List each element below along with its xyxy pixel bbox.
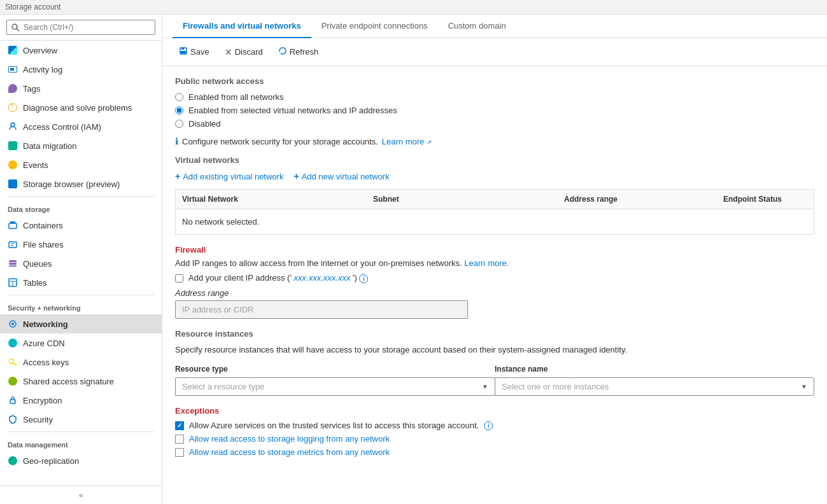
sidebar-scroll-area: Overview Activity log Tags Diagnose and …	[0, 41, 162, 486]
trusted-services-label: Allow Azure services on the trusted serv…	[189, 421, 479, 430]
svg-rect-15	[181, 48, 184, 50]
sidebar-item-tags[interactable]: Tags	[0, 79, 162, 98]
client-ip-checkbox-row: Add your client IP address (' xxx.xxx.xx…	[175, 273, 814, 283]
refresh-button[interactable]: Refresh	[272, 43, 325, 60]
firewall-title: Firewall	[175, 245, 814, 255]
network-access-radio-group: Enabled from all networks Enabled from s…	[175, 92, 814, 129]
radio-all-networks: Enabled from all networks	[175, 92, 814, 102]
resource-type-header: Resource type	[175, 361, 495, 377]
sidebar: Overview Activity log Tags Diagnose and …	[0, 15, 162, 504]
sidebar-item-label: Access Control (IAM)	[23, 122, 101, 132]
search-input[interactable]	[6, 20, 155, 35]
radio-all-networks-label[interactable]: Enabled from all networks	[188, 92, 284, 102]
save-button[interactable]: Save	[173, 43, 216, 60]
add-new-label: Add new virtual network	[302, 172, 390, 181]
read-logging-label: Allow read access to storage logging fro…	[189, 434, 390, 444]
divider-1	[8, 196, 154, 197]
client-ip-label: Add your client IP address (' xxx.xxx.xx…	[188, 273, 368, 283]
radio-disabled-input[interactable]	[175, 120, 183, 128]
sidebar-item-overview[interactable]: Overview	[0, 41, 162, 60]
sidebar-item-events[interactable]: Events	[0, 155, 162, 174]
resource-instances-title: Resource instances	[175, 329, 814, 339]
sidebar-item-data-migration[interactable]: Data migration	[0, 136, 162, 155]
access-icon	[8, 122, 18, 132]
svg-point-11	[11, 323, 14, 325]
sidebar-item-networking[interactable]: Networking	[0, 314, 162, 333]
client-ip-checkbox[interactable]	[175, 274, 183, 283]
top-bar: Storage account	[0, 0, 827, 15]
accesskeys-icon	[8, 357, 18, 367]
discard-button[interactable]: ✕ Discard	[218, 44, 269, 60]
encryption-icon	[8, 395, 18, 405]
radio-disabled-label[interactable]: Disabled	[188, 119, 221, 129]
sidebar-item-tables[interactable]: Tables	[0, 273, 162, 292]
read-logging-checkbox[interactable]	[175, 435, 184, 444]
svg-rect-13	[10, 400, 15, 403]
radio-selected-networks: Enabled from selected virtual networks a…	[175, 106, 814, 115]
sidebar-item-access-control[interactable]: Access Control (IAM)	[0, 117, 162, 136]
firewall-learn-more-link[interactable]: Learn more.	[464, 258, 509, 268]
sidebar-item-label: File shares	[23, 240, 64, 249]
sidebar-item-label: Events	[23, 160, 48, 170]
fileshares-icon	[8, 239, 18, 249]
read-metrics-label: Allow read access to storage metrics fro…	[189, 447, 390, 457]
geo-icon	[8, 456, 18, 466]
sidebar-item-file-shares[interactable]: File shares	[0, 235, 162, 254]
sidebar-item-label: Geo-replication	[23, 456, 79, 466]
toolbar: Save ✕ Discard Refresh	[162, 38, 827, 66]
learn-more-link[interactable]: Learn more ↗	[382, 137, 432, 146]
log-icon	[8, 64, 18, 74]
svg-rect-1	[9, 223, 17, 228]
sidebar-item-geo-replication[interactable]: Geo-replication	[0, 451, 162, 470]
svg-rect-5	[9, 263, 17, 265]
client-ip-info-icon[interactable]: i	[359, 274, 368, 283]
sidebar-item-shared-access[interactable]: Shared access signature	[0, 372, 162, 391]
svg-point-0	[11, 123, 15, 127]
tab-firewalls[interactable]: Firewalls and virtual networks	[173, 15, 311, 38]
sidebar-item-label: Networking	[23, 319, 68, 329]
radio-selected-networks-label[interactable]: Enabled from selected virtual networks a…	[188, 106, 397, 115]
exception-read-logging: Allow read access to storage logging fro…	[175, 434, 814, 444]
collapse-button[interactable]: «	[0, 486, 162, 504]
radio-selected-networks-input[interactable]	[175, 106, 183, 115]
sidebar-item-label: Containers	[23, 221, 63, 230]
sidebar-item-storage-browser[interactable]: Storage browser (preview)	[0, 174, 162, 193]
instance-name-chevron: ▼	[801, 383, 807, 390]
section-data-management: Data management	[0, 435, 162, 451]
add-existing-vnet-button[interactable]: + Add existing virtual network	[175, 171, 283, 181]
tab-custom-domain[interactable]: Custom domain	[438, 15, 516, 38]
trusted-services-checkbox[interactable]	[175, 421, 184, 430]
instance-name-column: Instance name Select one or more instanc…	[495, 361, 814, 396]
sidebar-item-containers[interactable]: Containers	[0, 216, 162, 235]
read-metrics-link[interactable]: Allow read access to storage metrics fro…	[189, 447, 390, 457]
firewall-description: Add IP ranges to allow access from the i…	[175, 258, 814, 268]
plus-icon-new: +	[293, 171, 299, 181]
exception-trusted-services: Allow Azure services on the trusted serv…	[175, 421, 814, 430]
tab-private-endpoint[interactable]: Private endpoint connections	[311, 15, 438, 38]
sidebar-item-diagnose[interactable]: Diagnose and solve problems	[0, 98, 162, 117]
sidebar-item-queues[interactable]: Queues	[0, 254, 162, 273]
instance-name-dropdown[interactable]: Select one or more instances ▼	[495, 377, 814, 396]
sidebar-item-encryption[interactable]: Encryption	[0, 391, 162, 410]
sidebar-item-azure-cdn[interactable]: Azure CDN	[0, 333, 162, 353]
sidebar-item-access-keys[interactable]: Access keys	[0, 353, 162, 372]
read-metrics-checkbox[interactable]	[175, 448, 184, 457]
tag-icon	[8, 83, 18, 94]
add-new-vnet-button[interactable]: + Add new virtual network	[293, 171, 389, 181]
add-existing-label: Add existing virtual network	[183, 172, 283, 181]
svg-rect-3	[9, 242, 17, 248]
address-range-input[interactable]	[175, 300, 468, 319]
read-logging-link[interactable]: Allow read access to storage logging fro…	[189, 434, 390, 444]
public-network-access-section: Public network access Enabled from all n…	[175, 76, 814, 146]
radio-all-networks-input[interactable]	[175, 93, 183, 101]
migration-icon	[8, 141, 18, 151]
table-empty-message: No network selected.	[176, 209, 814, 234]
sidebar-item-security[interactable]: Security	[0, 410, 162, 429]
resource-type-dropdown[interactable]: Select a resource type ▼	[175, 377, 495, 396]
sidebar-item-label: Encryption	[23, 396, 62, 405]
exceptions-title: Exceptions	[175, 406, 814, 416]
sidebar-item-label: Storage browser (preview)	[23, 179, 120, 189]
sidebar-item-activity-log[interactable]: Activity log	[0, 60, 162, 79]
vnet-section-title: Virtual networks	[175, 155, 814, 165]
trusted-services-info-icon[interactable]: i	[484, 421, 493, 430]
